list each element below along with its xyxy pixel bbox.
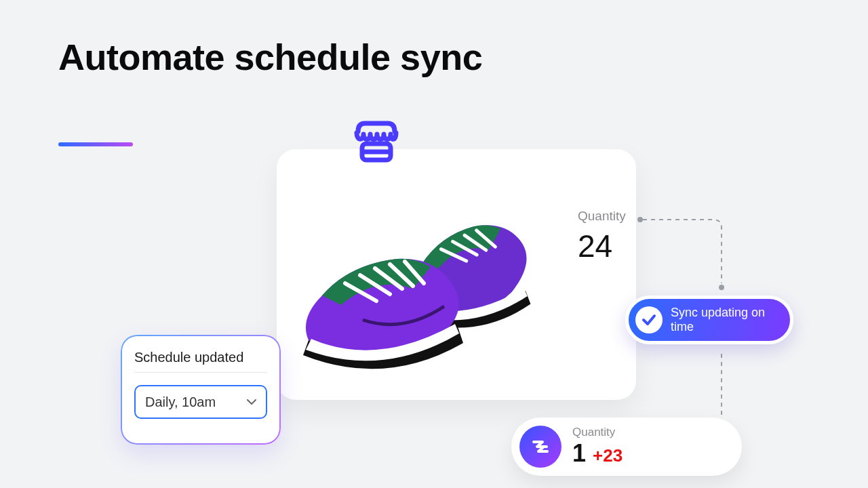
- schedule-title: Schedule updated: [134, 350, 267, 373]
- result-quantity-value: 1: [572, 439, 586, 468]
- svg-point-0: [637, 217, 643, 222]
- result-quantity-delta: +23: [593, 445, 623, 466]
- schedule-selected-value: Daily, 10am: [145, 394, 216, 410]
- sync-status-text: Sync updating on time: [671, 306, 779, 333]
- sync-status-pill: Sync updating on time: [625, 296, 793, 344]
- store-icon: [353, 119, 400, 167]
- sync-result-pill: Quantity 1 +23: [511, 418, 742, 476]
- check-icon: [635, 306, 663, 333]
- chevron-down-icon: [247, 399, 256, 405]
- result-quantity-label: Quantity: [572, 426, 623, 439]
- schedule-card: Schedule updated Daily, 10am: [122, 336, 279, 443]
- schedule-dropdown[interactable]: Daily, 10am: [134, 385, 267, 419]
- sync-logo-icon: [519, 426, 561, 468]
- product-image: [295, 178, 566, 381]
- quantity-label: Quantity: [578, 209, 626, 224]
- page-title: Automate schedule sync: [58, 35, 482, 79]
- svg-point-1: [719, 285, 724, 290]
- title-underline: [58, 142, 133, 146]
- quantity-value: 24: [578, 228, 612, 264]
